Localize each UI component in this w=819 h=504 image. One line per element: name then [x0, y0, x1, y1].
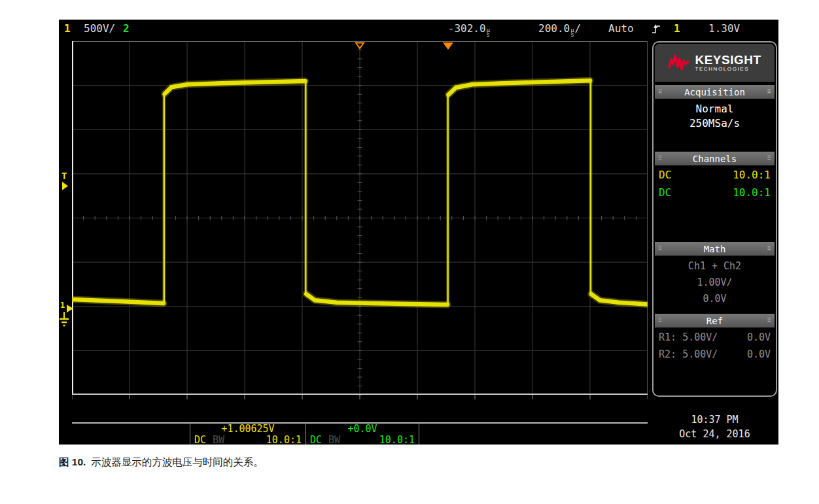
grip-icon: ⠿	[658, 156, 663, 161]
r2-offset: 0.0V	[747, 348, 771, 361]
ch1-scale: 500V/	[84, 23, 115, 35]
grip-icon: ⠿	[658, 246, 663, 252]
trigger-level-marker: T	[60, 171, 71, 193]
channels-section-header: ⠿ Channels ⠿	[655, 152, 775, 165]
ch1-measurement-value: +1.00625V	[191, 424, 305, 434]
grip-icon: ⠿	[767, 89, 771, 95]
grip-icon: ⠿	[767, 156, 771, 161]
ref2-row: R2: 5.00V/ 0.0V	[656, 348, 773, 361]
figure-caption-label: 图 10.	[59, 456, 86, 467]
channel2-row: DC 10.0:1	[656, 186, 773, 199]
grip-icon: ⠿	[767, 318, 771, 324]
trigger-level-marker-label: T	[61, 171, 67, 181]
microseconds-unit: µs	[487, 28, 490, 37]
bottom-bar-separator	[305, 423, 306, 445]
keysight-wave-icon	[668, 54, 690, 72]
ch2-coupling-label: DC	[310, 435, 322, 445]
timebase-value: 200.0	[538, 22, 570, 35]
graticule-svg	[72, 41, 648, 401]
keysight-logo: KEYSIGHT TECHNOLOGIES	[655, 44, 775, 82]
grip-icon: ⠿	[658, 89, 663, 95]
ch2-info-section: +0.0V DC BW 10.0:1	[307, 424, 418, 445]
ch1-coupling: DC	[659, 169, 671, 182]
figure-caption: 图 10.示波器显示的方波电压与时间的关系。	[59, 456, 264, 469]
logo-brand-text: KEYSIGHT	[695, 54, 761, 66]
ch1-coupling-label: DC	[194, 435, 206, 445]
math-expression: Ch1 + Ch2	[655, 260, 775, 272]
r1-label: R1:	[659, 331, 676, 343]
channels-title: Channels	[693, 154, 737, 164]
delay-value: -302.0	[448, 22, 486, 35]
ch1-ground-marker: 1	[60, 300, 75, 329]
ch1-bw-label: BW	[213, 435, 224, 445]
sidebar-panel: KEYSIGHT TECHNOLOGIES ⠿ Acquisition ⠿ No…	[652, 41, 777, 397]
grip-icon: ⠿	[767, 246, 771, 252]
math-offset: 0.0V	[655, 293, 775, 305]
timebase-readout: 200.0µs/	[538, 23, 581, 37]
acquisition-sample-rate: 250MSa/s	[655, 118, 775, 129]
clock-time: 10:37 PM	[652, 412, 777, 427]
logo-sub-text: TECHNOLOGIES	[695, 66, 761, 73]
oscilloscope-screenshot: 1 500V/ 2 -302.0µs 200.0µs/ Auto 1 1.30V…	[59, 20, 778, 445]
clock: 10:37 PM Oct 24, 2016	[652, 412, 777, 441]
ch2-measurement-value: +0.0V	[307, 424, 418, 434]
ch2-number: 2	[123, 23, 130, 35]
r2-label: R2:	[659, 348, 676, 360]
trigger-level-arrow-icon	[62, 182, 68, 190]
ch1-probe: 10.0:1	[733, 169, 771, 182]
figure-caption-text: 示波器显示的方波电压与时间的关系。	[91, 456, 264, 467]
ref-title: Ref	[706, 316, 723, 326]
ref1-row: R1: 5.00V/ 0.0V	[656, 331, 773, 344]
ch1-ground-marker-label: 1	[60, 301, 65, 310]
trigger-mode: Auto	[608, 23, 634, 35]
trigger-source: 1	[674, 23, 680, 35]
math-scale: 1.00V/	[655, 277, 775, 288]
acquisition-mode: Normal	[655, 103, 775, 115]
ch2-probe: 10.0:1	[733, 186, 771, 199]
math-title: Math	[704, 244, 726, 254]
bottom-bar-separator	[419, 423, 419, 445]
r2-scale: 5.00V/	[682, 348, 718, 360]
trigger-slope-icon	[651, 24, 661, 35]
bottom-bar-separator	[190, 423, 190, 445]
acquisition-title: Acquisition	[684, 87, 745, 97]
math-section-header: ⠿ Math ⠿	[655, 242, 775, 256]
r1-offset: 0.0V	[747, 331, 771, 344]
ch1-number: 1	[64, 23, 71, 35]
ch2-coupling: DC	[659, 186, 671, 199]
grip-icon: ⠿	[658, 318, 663, 324]
trigger-level: 1.30V	[708, 23, 740, 35]
r1-scale: 5.00V/	[682, 331, 718, 343]
channel1-row: DC 10.0:1	[656, 169, 773, 182]
ch1-probe-label: 10.0:1	[266, 435, 302, 445]
acquisition-section-header: ⠿ Acquisition ⠿	[655, 85, 775, 99]
microseconds-per-div-unit: µs	[570, 28, 574, 37]
delay-readout: -302.0µs	[415, 23, 491, 37]
ref-section-header: ⠿ Ref ⠿	[655, 314, 775, 328]
time-reference-marker-icon	[355, 42, 365, 50]
ch2-bw-label: BW	[328, 435, 340, 445]
trigger-point-marker-icon	[442, 42, 454, 50]
ch2-probe-label: 10.0:1	[379, 435, 415, 445]
clock-date: Oct 24, 2016	[652, 427, 777, 441]
ch1-info-section: +1.00625V DC BW 10.0:1	[191, 424, 305, 445]
ch1-ground-arrow-icon	[67, 305, 73, 312]
